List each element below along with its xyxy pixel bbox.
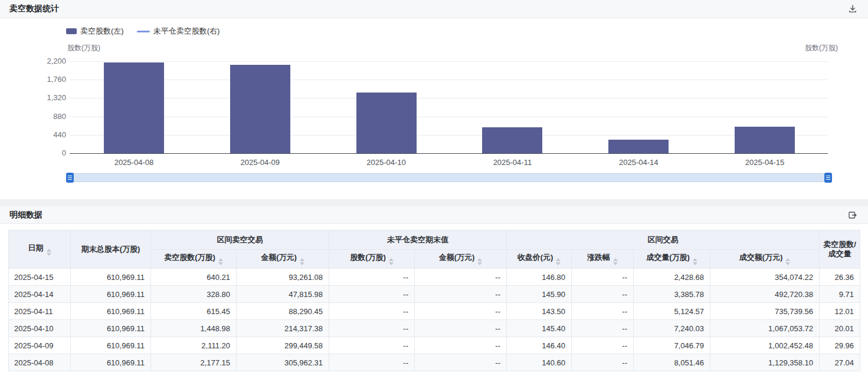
value-cell: -- bbox=[329, 320, 415, 337]
column-header-sortable[interactable]: 金额(万元) bbox=[415, 250, 507, 269]
detail-data-panel: 明细数据 日期期末总股本(万股)区间卖空交易未平仓卖空期末值区间交易卖空股数/成… bbox=[0, 206, 868, 376]
column-header-label: 未平仓卖空期末值 bbox=[387, 235, 448, 244]
value-cell: 145.40 bbox=[507, 320, 572, 337]
value-cell: 20.01 bbox=[820, 320, 860, 337]
value-cell: -- bbox=[329, 286, 415, 303]
detail-table: 日期期末总股本(万股)区间卖空交易未平仓卖空期末值区间交易卖空股数/成交量卖空股… bbox=[8, 230, 860, 371]
value-cell: 1,448.98 bbox=[151, 320, 237, 337]
value-cell: -- bbox=[572, 354, 634, 371]
legend-item-bar[interactable]: 卖空股数(左) bbox=[66, 26, 124, 37]
chart-bar[interactable] bbox=[735, 127, 795, 153]
column-header-sortable[interactable]: 成交量(万股) bbox=[634, 250, 710, 269]
value-cell: -- bbox=[329, 269, 415, 286]
value-cell: 615.45 bbox=[151, 303, 237, 320]
value-cell: 88,290.45 bbox=[237, 303, 329, 320]
sort-asc-icon bbox=[47, 249, 51, 252]
short-selling-stats-panel: 卖空数据统计 卖空股数(左)未平仓卖空股数(右) 股数(万股) 股数(万股) 0… bbox=[0, 0, 868, 199]
sort-asc-icon bbox=[477, 258, 482, 261]
table-panel-title: 明细数据 bbox=[9, 210, 42, 220]
value-cell: -- bbox=[329, 354, 415, 371]
datazoom-slider[interactable] bbox=[70, 173, 828, 182]
column-header-sortable[interactable]: 金额(万元) bbox=[237, 250, 329, 269]
chart-bar[interactable] bbox=[482, 127, 542, 153]
column-header-label: 区间卖空交易 bbox=[217, 235, 263, 244]
value-cell: 610,969.11 bbox=[71, 303, 151, 320]
gridline bbox=[70, 80, 828, 80]
y-axis-tick-label: 440 bbox=[21, 130, 66, 139]
value-cell: 610,969.11 bbox=[71, 269, 151, 286]
sort-desc-icon bbox=[300, 262, 304, 265]
legend-label: 卖空股数(左) bbox=[80, 26, 124, 37]
value-cell: 47,815.98 bbox=[237, 286, 329, 303]
x-axis-label: 2025-04-10 bbox=[345, 158, 428, 167]
value-cell: 145.90 bbox=[507, 286, 572, 303]
column-header-label: 成交量(万股) bbox=[646, 253, 690, 262]
value-cell: 640.21 bbox=[151, 269, 237, 286]
date-cell: 2025-04-08 bbox=[9, 354, 71, 371]
x-axis-label: 2025-04-14 bbox=[597, 158, 680, 167]
sort-desc-icon bbox=[218, 262, 223, 265]
value-cell: -- bbox=[415, 286, 507, 303]
line-series-marker bbox=[137, 31, 150, 32]
chart-bar[interactable] bbox=[608, 140, 669, 153]
x-axis-label: 2025-04-15 bbox=[723, 158, 806, 167]
sort-icons bbox=[477, 258, 482, 265]
value-cell: -- bbox=[572, 320, 634, 337]
column-header-sortable[interactable]: 卖空股数(万股) bbox=[151, 250, 237, 269]
table-row: 2025-04-08610,969.112,177.15305,962.31--… bbox=[9, 354, 860, 371]
column-header-label: 股数(万股) bbox=[350, 253, 386, 262]
column-header-label: 成交额(万元) bbox=[739, 253, 783, 262]
y-axis-tick-label: 0 bbox=[21, 149, 66, 157]
gridline bbox=[70, 98, 828, 98]
column-header-label: 金额(万元) bbox=[261, 253, 297, 262]
table-row: 2025-04-09610,969.112,111.20299,449.58--… bbox=[9, 337, 860, 354]
value-cell: 26.36 bbox=[820, 269, 860, 286]
value-cell: 8,051.46 bbox=[634, 354, 710, 371]
y-axis-tick-label: 1,760 bbox=[21, 75, 66, 84]
date-cell: 2025-04-14 bbox=[9, 286, 71, 303]
column-header-sortable[interactable]: 日期 bbox=[9, 230, 71, 269]
chart-bar[interactable] bbox=[104, 62, 164, 153]
datazoom-left-handle[interactable] bbox=[66, 173, 74, 183]
value-cell: 610,969.11 bbox=[71, 354, 151, 371]
value-cell: 143.50 bbox=[507, 303, 572, 320]
left-y-axis-title: 股数(万股) bbox=[67, 43, 100, 53]
column-header-sortable[interactable]: 成交额(万元) bbox=[710, 250, 820, 269]
column-header-label: 涨跌幅 bbox=[587, 253, 610, 262]
value-cell: -- bbox=[415, 320, 507, 337]
chart-bar[interactable] bbox=[356, 93, 417, 153]
sort-icons bbox=[613, 258, 618, 265]
chart-bar[interactable] bbox=[230, 65, 290, 153]
column-header-label: 卖空股数/成交量 bbox=[823, 240, 856, 258]
value-cell: 29.96 bbox=[820, 337, 860, 354]
value-cell: 146.40 bbox=[507, 337, 572, 354]
chart-panel-title: 卖空数据统计 bbox=[9, 4, 59, 14]
legend-label: 未平仓卖空股数(右) bbox=[153, 26, 220, 37]
column-header-sortable[interactable]: 收盘价(元) bbox=[507, 250, 572, 269]
value-cell: 354,074.22 bbox=[710, 269, 820, 286]
value-cell: 328.80 bbox=[151, 286, 237, 303]
value-cell: -- bbox=[415, 354, 507, 371]
legend-item-line[interactable]: 未平仓卖空股数(右) bbox=[137, 26, 220, 37]
sort-desc-icon bbox=[556, 262, 561, 265]
sort-desc-icon bbox=[47, 253, 51, 256]
export-icon[interactable] bbox=[847, 209, 859, 221]
value-cell: -- bbox=[415, 337, 507, 354]
chart-panel-header: 卖空数据统计 bbox=[0, 0, 868, 18]
sort-asc-icon bbox=[300, 258, 304, 261]
value-cell: -- bbox=[572, 337, 634, 354]
column-header: 期末总股本(万股) bbox=[71, 230, 151, 269]
column-header-sortable[interactable]: 股数(万股) bbox=[329, 250, 415, 269]
value-cell: 305,962.31 bbox=[237, 354, 329, 371]
sort-icons bbox=[556, 258, 561, 265]
datazoom-right-handle[interactable] bbox=[824, 173, 832, 183]
column-header: 区间卖空交易 bbox=[151, 230, 329, 250]
right-y-axis-title: 股数(万股) bbox=[805, 43, 838, 53]
value-cell: 2,111.20 bbox=[151, 337, 237, 354]
column-header-sortable[interactable]: 涨跌幅 bbox=[572, 250, 634, 269]
value-cell: 1,002,452.48 bbox=[710, 337, 820, 354]
bar-series-marker bbox=[66, 28, 77, 34]
download-icon[interactable] bbox=[847, 3, 859, 15]
sort-desc-icon bbox=[613, 262, 618, 265]
value-cell: 3,385.78 bbox=[634, 286, 710, 303]
